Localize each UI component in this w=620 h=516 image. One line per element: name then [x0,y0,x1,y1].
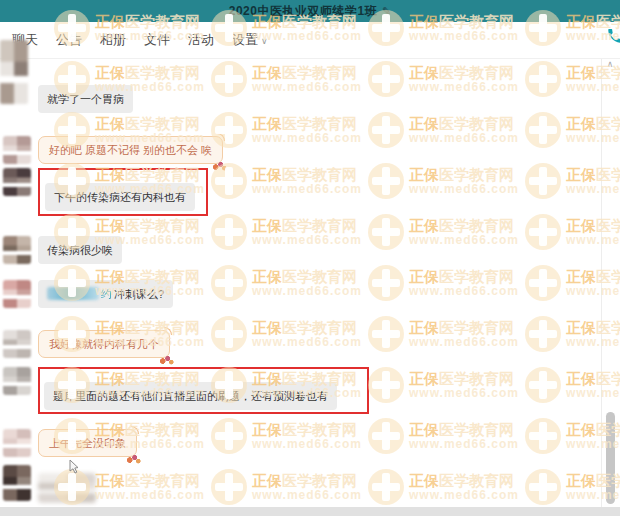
message-text: 上午完全没印象 [49,437,126,449]
message-row: 题库里面的题还有他们直播里面的刷题，还有预测卷也有 [0,367,600,414]
tab-album[interactable]: 相册 [100,31,126,49]
message-row: 传染病很少唉 [0,236,600,264]
message-bubble[interactable]: 好的吧 原题不记得 别的也不会 唉 [38,136,223,164]
avatar[interactable] [3,168,31,196]
highlight-box: 下午的传染病还有内科也有 [38,168,208,216]
message-text: 下午的传染病还有内科也有 [54,191,186,203]
message-row: 上午完全没印象 [0,429,600,457]
message-bubble[interactable]: 传染病很少唉 [38,236,122,264]
message-text: 我好像就得内科有几个 [49,338,159,350]
edit-title-icon[interactable]: ✎ [382,5,391,18]
message-text: 题库里面的题还有他们直播里面的刷题，还有预测卷也有 [53,390,328,402]
highlight-box: 题库里面的题还有他们直播里面的刷题，还有预测卷也有 [38,367,369,414]
message-list: 就学了一个胃病好的吧 原题不记得 别的也不会 唉下午的传染病还有内科也有传染病很… [0,59,600,503]
avatar[interactable] [3,429,31,457]
message-row: 我好像就得内科有几个 [0,330,600,358]
bottom-divider [0,507,620,516]
avatar[interactable] [3,465,31,501]
message-bubble[interactable]: 下午的传染病还有内科也有 [45,183,195,211]
scrollbar-track[interactable] [601,59,602,516]
avatar[interactable] [3,236,31,264]
phone-icon [606,27,620,45]
avatar[interactable] [3,367,31,395]
message-row: 约冲刺课么? [0,280,600,308]
scrollbar-thumb[interactable] [606,412,615,504]
message-bubble[interactable]: 上午完全没印象 [38,429,137,457]
tab-activities[interactable]: 活动 [188,31,214,49]
scroll-up-arrow-icon[interactable]: ∧ [602,57,618,71]
tab-announcements[interactable]: 公告 [56,31,82,49]
tab-files[interactable]: 文件 [144,31,170,49]
avatar[interactable] [3,280,31,308]
mention-fragment: 约 [101,288,112,300]
sticker-decoration-icon [212,161,227,172]
group-title: 2020中医执业双师续学1班 [229,3,377,20]
sticker-decoration-icon [126,454,141,465]
message-bubble[interactable]: 就学了一个胃病 [38,85,133,113]
censor-blob [0,40,28,104]
message-row: 好的吧 原题不记得 别的也不会 唉 [0,136,600,164]
message-row: 下午的传染病还有内科也有 [0,168,600,216]
message-row: 就学了一个胃病 [0,85,600,113]
title-bar: 2020中医执业双师续学1班 ✎ [0,0,620,22]
nav-bar: 聊天 公告 相册 文件 活动 设置∨ [0,22,620,59]
tab-settings[interactable]: 设置∨ [232,31,268,49]
avatar[interactable] [3,330,31,358]
phone-call-button[interactable] [606,27,620,45]
message-bubble[interactable]: 我好像就得内科有几个 [38,330,170,358]
mouse-cursor-icon [69,459,81,478]
message-bubble[interactable]: 约冲刺课么? [38,280,173,308]
message-text: 好的吧 原题不记得 别的也不会 唉 [49,144,212,156]
chevron-down-icon: ∨ [261,36,268,46]
avatar[interactable] [3,136,31,164]
message-text: 冲刺课么? [114,288,164,300]
message-text: 传染病很少唉 [47,244,113,256]
message-row [0,465,600,503]
sticker-decoration-icon [159,355,174,366]
censored-message[interactable] [38,473,96,503]
message-bubble[interactable]: 题库里面的题还有他们直播里面的刷题，还有预测卷也有 [44,382,337,410]
chat-window: 2020中医执业双师续学1班 ✎ 聊天 公告 相册 文件 活动 设置∨ 就学了一… [0,0,620,516]
message-text: 就学了一个胃病 [47,93,124,105]
censored-mention [47,287,99,300]
